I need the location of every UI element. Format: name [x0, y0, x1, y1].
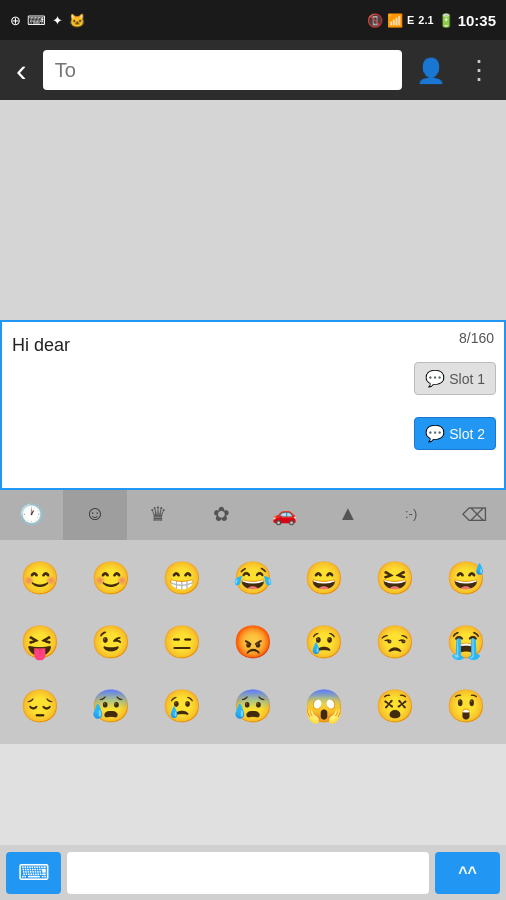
contact-icon[interactable]: 👤 — [410, 49, 452, 92]
keyboard-toggle-button[interactable]: ⌨ — [6, 852, 61, 894]
slot1-icon: 💬 — [425, 369, 445, 388]
keyboard-icon: ⌨ — [27, 13, 46, 28]
tab-emoji[interactable]: ☺ — [63, 490, 126, 540]
battery-icon: 🔋 — [438, 13, 454, 28]
emoji-grid: 😊 😊 😁 😂 😄 😆 😅 😝 😉 😑 😡 😢 😒 😭 😔 😰 😢 😰 😱 😵 … — [0, 540, 506, 744]
emoji-big-grin[interactable]: 😁 — [148, 548, 215, 608]
emoji-anguished[interactable]: 😰 — [219, 676, 286, 736]
dots-icon: ⋮ — [466, 55, 492, 85]
top-bar: ‹ 👤 ⋮ — [0, 40, 506, 100]
emoji-grinning[interactable]: 😊 — [77, 548, 144, 608]
to-input[interactable] — [43, 50, 402, 90]
emoji-astonished[interactable]: 😲 — [433, 676, 500, 736]
tab-flower[interactable]: ✿ — [190, 490, 253, 540]
usb-icon: ✦ — [52, 13, 63, 28]
tab-triangle[interactable]: ▲ — [316, 490, 379, 540]
emoji-laughing-tears[interactable]: 😂 — [219, 548, 286, 608]
character-counter: 8/160 — [459, 330, 494, 346]
network-icon: 2.1 — [418, 14, 433, 26]
person-icon: 👤 — [416, 57, 446, 84]
slot2-button[interactable]: 💬 Slot 2 — [414, 417, 496, 450]
emoji-sobbing[interactable]: 😭 — [433, 612, 500, 672]
emoji-expressionless[interactable]: 😑 — [148, 612, 215, 672]
message-area — [0, 100, 506, 320]
tab-recent[interactable]: 🕐 — [0, 490, 63, 540]
emoji-stuck-out-tongue[interactable]: 😝 — [6, 612, 73, 672]
up-label: ^^ — [458, 864, 477, 882]
emoji-scream[interactable]: 😱 — [291, 676, 358, 736]
cat-icon: 🐱 — [69, 13, 85, 28]
slot2-label: Slot 2 — [449, 426, 485, 442]
scroll-up-button[interactable]: ^^ — [435, 852, 500, 894]
compose-text[interactable]: Hi dear — [12, 332, 384, 359]
emoji-dizzy[interactable]: 😵 — [362, 676, 429, 736]
emoji-sad-tears[interactable]: 😢 — [148, 676, 215, 736]
emoji-smiling-face[interactable]: 😊 — [6, 548, 73, 608]
slot1-label: Slot 1 — [449, 371, 485, 387]
backspace-button[interactable]: ⌫ — [443, 490, 506, 540]
data-icon: E — [407, 14, 414, 26]
time-display: 10:35 — [458, 12, 496, 29]
emoji-pensive[interactable]: 😔 — [6, 676, 73, 736]
bottom-bar: ⌨ ^^ — [0, 845, 506, 900]
tab-crown[interactable]: ♛ — [127, 490, 190, 540]
alarm-icon: ⊕ — [10, 13, 21, 28]
emoji-grin[interactable]: 😄 — [291, 548, 358, 608]
keyboard-tabs: 🕐 ☺ ♛ ✿ 🚗 ▲ :-) ⌫ — [0, 490, 506, 540]
emoji-cold-sweat[interactable]: 😰 — [77, 676, 144, 736]
bottom-text-input[interactable] — [67, 852, 429, 894]
back-icon: ‹ — [16, 52, 27, 89]
emoji-satisfied[interactable]: 😆 — [362, 548, 429, 608]
emoji-unamused[interactable]: 😒 — [362, 612, 429, 672]
emoji-wink[interactable]: 😉 — [77, 612, 144, 672]
wifi-icon: 📶 — [387, 13, 403, 28]
more-menu-button[interactable]: ⋮ — [460, 49, 498, 92]
status-bar: ⊕ ⌨ ✦ 🐱 📵 📶 E 2.1 🔋 10:35 — [0, 0, 506, 40]
emoji-sweat-smile[interactable]: 😅 — [433, 548, 500, 608]
compose-box[interactable]: 8/160 Hi dear 💬 Slot 1 💬 Slot 2 — [0, 320, 506, 490]
keyboard-toggle-icon: ⌨ — [18, 860, 50, 886]
status-icons-left: ⊕ ⌨ ✦ 🐱 — [10, 13, 85, 28]
tab-car[interactable]: 🚗 — [253, 490, 316, 540]
status-icons-right: 📵 📶 E 2.1 🔋 10:35 — [367, 12, 496, 29]
tab-emoticon[interactable]: :-) — [380, 490, 443, 540]
emoji-crying[interactable]: 😢 — [291, 612, 358, 672]
signal-icon: 📵 — [367, 13, 383, 28]
emoji-angry[interactable]: 😡 — [219, 612, 286, 672]
back-button[interactable]: ‹ — [8, 44, 35, 97]
slot1-button[interactable]: 💬 Slot 1 — [414, 362, 496, 395]
slot2-icon: 💬 — [425, 424, 445, 443]
